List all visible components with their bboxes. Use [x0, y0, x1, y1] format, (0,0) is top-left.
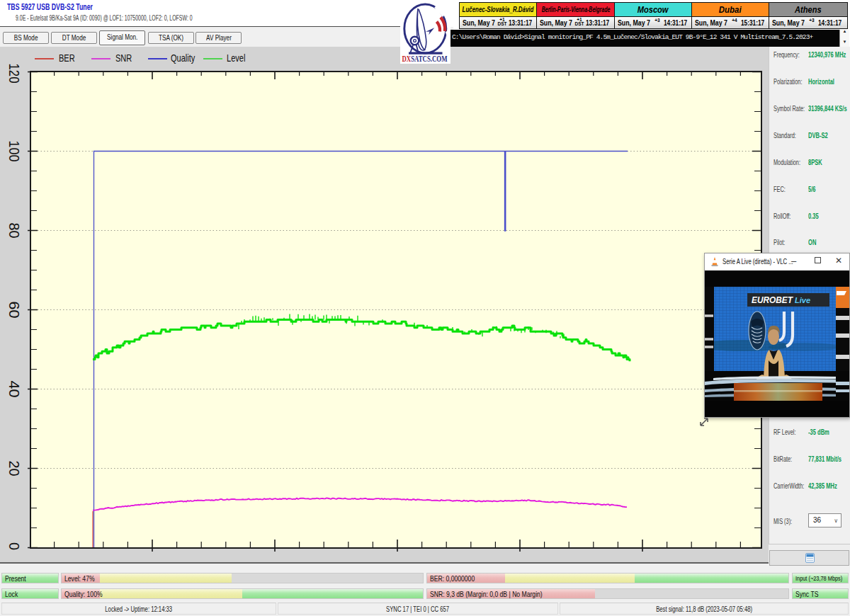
svg-text:100: 100 [6, 141, 22, 162]
svg-text:40: 40 [6, 381, 22, 398]
svg-text:0: 0 [6, 542, 22, 550]
svg-text:Live: Live [795, 296, 810, 304]
svg-text:120: 120 [6, 64, 22, 84]
svg-text:DXSATCS.COM: DXSATCS.COM [402, 53, 448, 64]
svg-text:20: 20 [6, 461, 22, 477]
svg-text:EUROBET: EUROBET [752, 295, 793, 305]
svg-text:80: 80 [6, 223, 22, 239]
svg-text:60: 60 [6, 302, 22, 319]
